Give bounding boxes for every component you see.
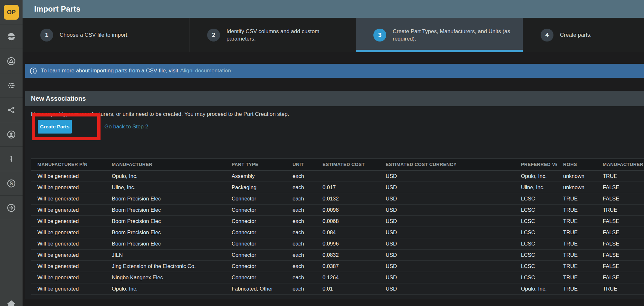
table-cell: USD [379, 193, 514, 204]
step-1: 1 Choose a CSV file to import. [23, 18, 189, 52]
sidebar-item-home[interactable] [0, 299, 23, 306]
table-cell: TRUE [557, 249, 596, 261]
table-cell: Jing Extension of the Electronic Co. [105, 261, 225, 272]
column-header: UNIT [286, 158, 316, 171]
gauge-icon [6, 32, 16, 42]
table-cell: Will be generated [31, 238, 105, 249]
grid-dots-icon [6, 81, 16, 90]
table-cell: 0.0832 [316, 249, 379, 261]
table-cell: USD [379, 283, 514, 294]
table-cell: Connector [225, 193, 286, 204]
table-row: Will be generatedBoom Precision ElecConn… [31, 204, 644, 216]
column-header: PREFERRED VENDOR [514, 158, 557, 171]
table-row: Will be generatedBoom Precision ElecConn… [31, 227, 644, 238]
column-header: ESTIMATED COST CURRENCY [379, 158, 514, 171]
table-cell: FALSE [596, 182, 644, 193]
table-cell: 0.0068 [316, 216, 379, 227]
step-4: 4 Create parts. [523, 18, 644, 52]
sidebar-item-inventory[interactable] [0, 73, 23, 98]
page-title: Import Parts [34, 5, 81, 14]
table-row: Will be generatedBoom Precision ElecConn… [31, 216, 644, 227]
table-cell: each [286, 193, 316, 204]
sidebar-item-users[interactable] [0, 122, 23, 147]
go-back-step2-link[interactable]: Go back to Step 2 [104, 124, 148, 130]
table-cell: 0.01 [316, 283, 379, 294]
sidebar-item-financials[interactable]: S [0, 171, 23, 196]
table-cell: TRUE [596, 171, 644, 182]
table-cell: unknown [557, 182, 596, 193]
table-cell: TRUE [557, 261, 596, 272]
table-row: Will be generatedOpulo, Inc.Fabricated, … [31, 283, 644, 294]
step-2-label: Identify CSV columns and add custom para… [226, 28, 326, 42]
table-row: Will be generatedJILNConnectoreach0.0832… [31, 249, 644, 261]
table-header-row: MANUFACTURER P/NMANUFACTURERPART TYPEUNI… [31, 158, 644, 171]
table-cell: Opulo, Inc. [514, 283, 557, 294]
arrow-right-icon [6, 203, 16, 213]
sidebar-item-import[interactable] [0, 196, 23, 220]
table-cell: Will be generated [31, 227, 105, 238]
table-cell: 0.0996 [316, 238, 379, 249]
table-cell: Will be generated [31, 171, 105, 182]
table-cell: each [286, 283, 316, 294]
table-cell: Opulo, Inc. [105, 283, 225, 294]
table-cell: 0.017 [316, 182, 379, 193]
workspace-logo[interactable]: OP [4, 5, 19, 20]
column-header: MANUFACTURER P/N [31, 158, 105, 171]
table-cell: USD [379, 249, 514, 261]
step-2: 2 Identify CSV columns and add custom pa… [189, 18, 356, 52]
table-cell: each [286, 272, 316, 283]
table-cell: USD [379, 238, 514, 249]
step-1-badge: 1 [40, 29, 53, 42]
table-cell: USD [379, 182, 514, 193]
column-header: MANUFACTURER [596, 158, 644, 171]
sidebar-item-vendors[interactable] [0, 147, 23, 171]
table-cell: Connector [225, 272, 286, 283]
table-cell: Connector [225, 261, 286, 272]
table-cell: TRUE [557, 193, 596, 204]
table-cell: Connector [225, 216, 286, 227]
sidebar-item-share[interactable] [0, 98, 23, 122]
new-associations-panel: New Associations No new part types, manu… [25, 91, 644, 299]
workspace-logo-cell: OP [0, 0, 23, 24]
step-3-label: Create Part Types, Manufacturers, and Un… [393, 28, 517, 42]
table-row: Will be generatedUline, Inc.Packagingeac… [31, 182, 644, 193]
table-cell: LCSC [514, 238, 557, 249]
table-cell: LCSC [514, 272, 557, 283]
table-cell: Will be generated [31, 261, 105, 272]
table-cell: 0.1264 [316, 272, 379, 283]
table-cell: Will be generated [31, 272, 105, 283]
table-cell: Boom Precision Elec [105, 216, 225, 227]
import-stepper: 1 Choose a CSV file to import. 2 Identif… [23, 18, 644, 52]
table-row: Will be generatedBoom Precision ElecConn… [31, 193, 644, 204]
table-cell: TRUE [557, 283, 596, 294]
sidebar-item-dashboard[interactable] [0, 24, 23, 49]
table-cell: Connector [225, 204, 286, 216]
table-cell: TRUE [596, 283, 644, 294]
table-cell: unknown [557, 171, 596, 182]
sidebar: OP [0, 0, 23, 306]
currency-icon: S [6, 179, 16, 188]
table-cell: each [286, 227, 316, 238]
parts-circle-icon [6, 56, 16, 66]
table-cell: Connector [225, 227, 286, 238]
table-cell: Fabricated, Other [225, 283, 286, 294]
table-cell [316, 171, 379, 182]
table-cell: Boom Precision Elec [105, 238, 225, 249]
table-cell: each [286, 249, 316, 261]
table-cell: FALSE [596, 261, 644, 272]
table-row: Will be generatedJing Extension of the E… [31, 261, 644, 272]
step-4-badge: 4 [541, 29, 553, 42]
home-icon [6, 299, 17, 306]
top-bar: Import Parts [23, 0, 644, 18]
step-3-badge: 3 [373, 29, 386, 42]
table-row: Will be generatedBoom Precision ElecConn… [31, 238, 644, 249]
table-cell: TRUE [557, 227, 596, 238]
table-cell: each [286, 238, 316, 249]
banner-documentation-link[interactable]: Aligni documentation. [180, 68, 233, 74]
sidebar-item-parts[interactable] [0, 49, 23, 73]
table-cell: each [286, 216, 316, 227]
table-cell: 0.084 [316, 227, 379, 238]
table-cell: Boom Precision Elec [105, 204, 225, 216]
create-parts-button[interactable]: Create Parts [38, 120, 72, 134]
table-cell: Boom Precision Elec [105, 193, 225, 204]
